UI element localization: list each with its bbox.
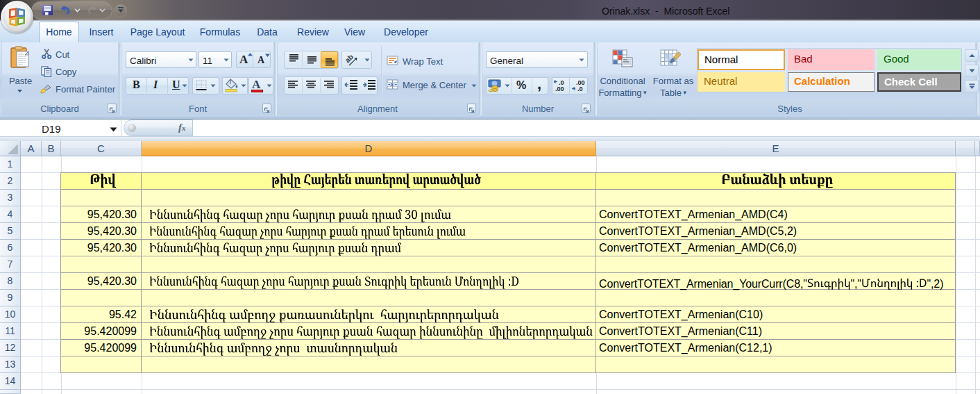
svg-text:.00: .00 <box>555 85 564 92</box>
svg-text:ab: ab <box>344 53 355 64</box>
svg-text:.0: .0 <box>577 85 583 92</box>
